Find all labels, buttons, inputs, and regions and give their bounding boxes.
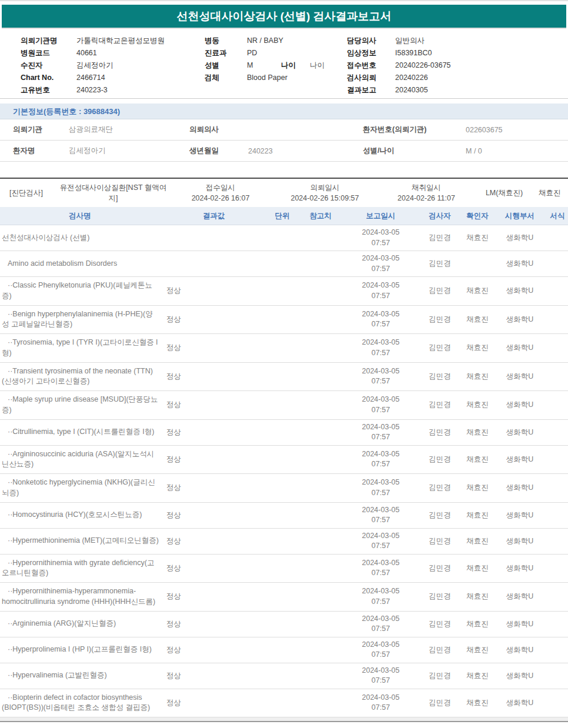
col-header-report-datetime: 보고일시: [344, 211, 417, 221]
tester-name: 김민경: [417, 233, 462, 243]
report-time: 07:57: [344, 459, 417, 470]
tester-name: 김민경: [417, 286, 462, 296]
report-title-bar: 선천성대사이상검사 (선별) 검사결과보고서: [2, 5, 566, 29]
basic-label-2: 의뢰의사: [189, 125, 248, 135]
info-field-label: 수진자: [21, 59, 76, 72]
confirmer-name: 채효진: [462, 698, 493, 708]
col-header-form: 서식: [547, 211, 568, 221]
test-name: ··Citrullinemia, type I (CIT)(시트룰린혈증 I형): [0, 423, 160, 441]
confirmer-name: 채효진: [462, 645, 493, 655]
confirmer-name: 채효진: [462, 671, 493, 681]
test-name: Amino acid metabolism Disorders: [0, 255, 160, 273]
confirmer-name: 채효진: [462, 400, 493, 410]
info-field: 병원코드40661: [21, 47, 205, 59]
report-date: 2024-03-05: [344, 586, 417, 597]
report-time: 07:57: [344, 597, 417, 607]
info-field-label: 진료과: [205, 47, 247, 59]
report-datetime: 2024-03-05 07:57: [344, 422, 417, 443]
department: 생화학U: [493, 645, 547, 655]
tester-name: 김민경: [417, 343, 462, 353]
lm-collector: LM(채효진): [473, 188, 535, 198]
test-result: 정상: [160, 483, 268, 493]
result-row: ··Tyrosinemia, type I (TYR I)(고타이로신혈증 I형…: [0, 334, 568, 363]
confirmer-name: 채효진: [462, 619, 493, 629]
header-info-column-right: 담당의사일반의사 임상정보I58391BC0 접수번호20240226-0367…: [347, 35, 568, 96]
test-result: 정상: [160, 455, 268, 465]
info-field-value: 20240305: [395, 86, 428, 94]
department: 생화학U: [493, 233, 547, 243]
report-time: 07:57: [344, 515, 417, 526]
result-row: ··Argininosuccinic aciduria (ASA)(알지노석시닌…: [0, 446, 568, 475]
tester-name: 김민경: [417, 483, 462, 493]
department: 생화학U: [493, 400, 547, 410]
result-row: ··Hyperprolinemia I (HP I)(고프롤린혈증 I형) 정상…: [0, 637, 568, 663]
report-time: 07:57: [344, 650, 417, 660]
report-date: 2024-03-05: [344, 505, 417, 516]
report-date: 2024-03-05: [344, 477, 417, 488]
basic-value-3: M / 0: [466, 147, 568, 155]
test-result: 정상: [160, 286, 268, 296]
basic-label-3: 환자번호(의뢰기관): [363, 125, 466, 135]
report-time: 07:57: [344, 541, 417, 552]
report-datetime: 2024-03-05 07:57: [344, 280, 417, 301]
receipt-value: 2024-02-26 16:07: [171, 193, 270, 203]
report-time: 07:57: [344, 264, 417, 275]
department: 생화학U: [493, 343, 547, 353]
confirmer-name: 채효진: [462, 455, 493, 465]
test-result: 정상: [160, 428, 268, 438]
info-field-value: M: [247, 59, 281, 72]
report-time: 07:57: [344, 676, 417, 686]
test-name: ··Maple syrup urine disease [MSUD](단풍당뇨증…: [0, 391, 160, 419]
info-field-label: 의뢰기관명: [21, 35, 76, 47]
info-field-value: 일반의사: [395, 36, 425, 45]
basic-label-3: 성별/나이: [363, 146, 466, 156]
results-table-body: 선천성대사이상검사 (선별) 2024-03-05 07:57 김민경 채효진 …: [0, 225, 568, 717]
report-title: 선천성대사이상검사 (선별) 검사결과보고서: [176, 9, 391, 24]
confirmer-name: 채효진: [462, 592, 493, 602]
test-name: ··Benign hyperphenylalaninemia (H-PHE)(양…: [0, 306, 160, 334]
info-field-value: 가톨릭대학교은평성모병원: [76, 36, 165, 45]
order-group-tag: [진단검사]: [0, 188, 56, 198]
info-field: 성별M나이나이: [205, 59, 347, 72]
col-header-confirmer: 확인자: [462, 211, 493, 221]
result-row: ··Biopterin defect in cofactor biosynthe…: [0, 689, 568, 718]
test-name: ··Hypervalinemia (고발린혈증): [0, 667, 160, 684]
department: 생화학U: [493, 259, 547, 269]
col-header-tester: 검사자: [417, 211, 462, 221]
report-date: 2024-03-05: [344, 395, 417, 405]
info-field: 담당의사일반의사: [347, 35, 568, 47]
department: 생화학U: [493, 536, 547, 546]
confirmer-name: 채효진: [462, 510, 493, 520]
report-datetime: 2024-03-05 07:57: [344, 228, 417, 248]
test-result: 정상: [160, 563, 268, 573]
header-info-column-left: 의뢰기관명가톨릭대학교은평성모병원 병원코드40661 수진자김세정아기 Cha…: [21, 35, 205, 96]
info-field-value: 20240226-03675: [395, 61, 451, 69]
horizontal-scrollbar[interactable]: [0, 717, 568, 722]
receipt-label: 접수일시: [171, 182, 270, 193]
department: 생화학U: [493, 455, 547, 465]
receipt-datetime: 접수일시 2024-02-26 16:07: [171, 182, 270, 203]
report-time: 07:57: [344, 703, 417, 713]
tester-name: 김민경: [417, 698, 462, 708]
info-field-value: Blood Paper: [247, 74, 288, 82]
test-result: 정상: [160, 372, 268, 382]
report-date: 2024-03-05: [344, 280, 417, 291]
tester-name: 김민경: [417, 536, 462, 546]
request-value: 2024-02-26 15:09:57: [270, 193, 379, 203]
tester-name: 김민경: [417, 259, 462, 269]
report-datetime: 2024-03-05 07:57: [344, 309, 417, 330]
report-datetime: 2024-03-05 07:57: [344, 366, 417, 387]
col-header-result: 결과값: [160, 211, 268, 221]
basic-value-3: 022603675: [466, 126, 568, 134]
department: 생화학U: [493, 428, 547, 438]
report-time: 07:57: [344, 624, 417, 635]
results-table-header: 검사명 결과값 단위 참고치 보고일시 검사자 확인자 시행부서 서식: [0, 207, 568, 225]
tester-name: 김민경: [417, 372, 462, 382]
report-date: 2024-03-05: [344, 666, 417, 676]
report-datetime: 2024-03-05 07:57: [344, 693, 417, 713]
report-date: 2024-03-05: [344, 614, 417, 625]
report-datetime: 2024-03-05 07:57: [344, 531, 417, 552]
result-row: ··Hypervalinemia (고발린혈증) 정상 2024-03-05 0…: [0, 663, 568, 689]
result-row: 선천성대사이상검사 (선별) 2024-03-05 07:57 김민경 채효진 …: [0, 225, 568, 251]
report-datetime: 2024-03-05 07:57: [344, 640, 417, 660]
